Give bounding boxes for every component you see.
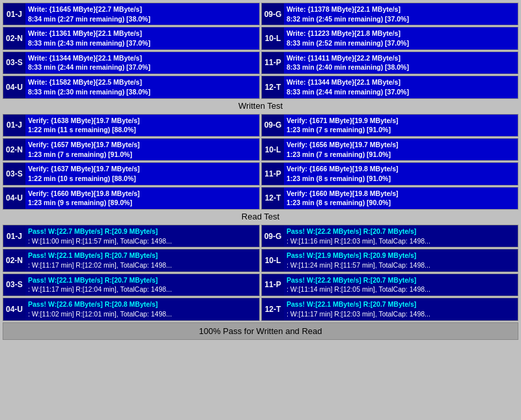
pass-grid: 01-JPass! W:[22.7 MByte/s] R:[20.9 MByte… [3,225,518,321]
device-id: 10-L [262,27,284,49]
device-info: Write: {11223 MByte}[21.8 MByte/s]8:33 m… [284,27,518,49]
pass-info: Pass! W:[22.1 MByte/s] R:[20.7 MByte/s]:… [284,298,518,320]
verify-section: 01-JVerify: {1638 MByte}[19.7 MByte/s]1:… [3,114,518,224]
device-card-left-0: 01-JWrite: {11645 MByte}[22.7 MByte/s]8:… [3,3,260,25]
device-card-right-0: 09-GWrite: {11378 MByte}[22.1 MByte/s]8:… [261,3,518,25]
pass-info: Pass! W:[22.2 MByte/s] R:[20.7 MByte/s]:… [284,274,518,296]
device-info: Verify: {1671 MByte}[19.9 MByte/s]1:23 m… [284,115,518,136]
device-info: Verify: {1657 MByte}[19.7 MByte/s]1:23 m… [25,139,259,160]
pass-card-left-2: 03-SPass! W:[22.1 MByte/s] R:[20.7 MByte… [3,273,260,296]
pass-line2: : W:[11:02 min] R:[12:01 min], TotalCap:… [28,309,257,319]
device-line1: Verify: {1666 MByte}[19.8 MByte/s] [287,164,515,174]
device-card-left-2: 03-SVerify: {1637 MByte}[19.7 MByte/s]1:… [3,162,260,185]
device-line2: 8:33 min (2:52 min remaining) [37.0%] [287,38,515,48]
device-card-left-0: 01-JVerify: {1638 MByte}[19.7 MByte/s]1:… [3,114,260,137]
device-id: 09-G [262,3,284,25]
device-line1: Verify: {1660 MByte}[19.8 MByte/s] [287,189,515,199]
device-id: 02-N [3,139,25,160]
pass-info: Pass! W:[21.9 MByte/s] R:[20.9 MByte/s]:… [284,249,518,271]
device-info: Verify: {1638 MByte}[19.7 MByte/s]1:22 m… [25,115,259,136]
pass-section: 01-JPass! W:[22.7 MByte/s] R:[20.9 MByte… [3,225,518,340]
pass-line1: Pass! W:[22.6 MByte/s] R:[20.8 MByte/s] [28,300,257,309]
device-id: 12-T [262,188,284,209]
device-line2: 8:32 min (2:45 min remaining) [37.0%] [287,14,515,24]
device-line1: Write: {11582 MByte}[22.5 MByte/s] [28,77,257,87]
device-card-left-1: 02-NVerify: {1657 MByte}[19.7 MByte/s]1:… [3,138,260,161]
device-info: Write: {11344 MByte}[22.1 MByte/s]8:33 m… [25,52,259,74]
device-line1: Verify: {1657 MByte}[19.7 MByte/s] [28,140,257,150]
pass-info: Pass! W:[22.1 MByte/s] R:[20.7 MByte/s]:… [25,274,259,296]
device-line2: 8:34 min (2:27 min remaining) [38.0%] [28,14,257,24]
written-test-label: Written Test [3,99,518,113]
device-line2: 1:23 min (7 s remaining) [91.0%] [287,125,515,135]
pass-line1: Pass! W:[22.1 MByte/s] R:[20.7 MByte/s] [287,300,515,309]
pass-id: 01-J [3,225,25,247]
device-line1: Verify: {1638 MByte}[19.7 MByte/s] [28,116,257,126]
device-line2: 8:33 min (2:43 min remaining) [37.0%] [28,38,257,48]
device-card-left-1: 02-NWrite: {11361 MByte}[22.1 MByte/s]8:… [3,27,260,49]
device-card-left-2: 03-SWrite: {11344 MByte}[22.1 MByte/s]8:… [3,51,260,74]
write-section: 01-JWrite: {11645 MByte}[22.7 MByte/s]8:… [3,3,518,113]
device-info: Write: {11411 MByte}[22.2 MByte/s]8:33 m… [284,52,518,74]
device-id: 01-J [3,115,25,136]
pass-line1: Pass! W:[22.2 MByte/s] R:[20.7 MByte/s] [287,275,515,285]
device-id: 04-U [3,188,25,209]
device-line1: Write: {11344 MByte}[22.1 MByte/s] [28,53,257,63]
pass-card-left-0: 01-JPass! W:[22.7 MByte/s] R:[20.9 MByte… [3,225,260,247]
main-container: 01-JWrite: {11645 MByte}[22.7 MByte/s]8:… [0,0,521,344]
pass-id: 09-G [262,225,284,247]
device-info: Write: {11645 MByte}[22.7 MByte/s]8:34 m… [25,3,259,25]
pass-card-right-1: 10-LPass! W:[21.9 MByte/s] R:[20.9 MByte… [261,249,518,272]
write-grid: 01-JWrite: {11645 MByte}[22.7 MByte/s]8:… [3,3,518,99]
pass-info: Pass! W:[22.6 MByte/s] R:[20.8 MByte/s]:… [25,298,259,320]
device-line2: 1:23 min (8 s remaining) [91.0%] [287,174,515,184]
device-id: 02-N [3,27,25,49]
device-card-right-3: 12-TVerify: {1660 MByte}[19.8 MByte/s]1:… [261,187,518,210]
pass-line2: : W:[11:00 min] R:[11:57 min], TotalCap:… [28,236,257,246]
device-line2: 1:23 min (9 s remaining) [89.0%] [28,198,257,208]
device-line1: Write: {11223 MByte}[21.8 MByte/s] [287,29,515,38]
device-info: Verify: {1660 MByte}[19.8 MByte/s]1:23 m… [25,188,259,209]
bottom-pass-label: 100% Pass for Written and Read [3,322,518,340]
device-info: Verify: {1656 MByte}[19.7 MByte/s]1:23 m… [284,139,518,160]
device-line2: 8:33 min (2:44 min remaining) [37.0%] [28,63,257,72]
device-line1: Write: {11378 MByte}[22.1 MByte/s] [287,5,515,14]
device-card-right-1: 10-LVerify: {1656 MByte}[19.7 MByte/s]1:… [261,138,518,161]
device-line1: Verify: {1660 MByte}[19.8 MByte/s] [28,189,257,199]
device-card-right-3: 12-TWrite: {11344 MByte}[22.1 MByte/s]8:… [261,76,518,98]
device-line2: 8:33 min (2:30 min remaining) [38.0%] [28,87,257,97]
pass-info: Pass! W:[22.1 MByte/s] R:[20.7 MByte/s]:… [25,249,259,271]
device-line2: 1:23 min (8 s remaining) [90.0%] [287,198,515,208]
pass-card-left-1: 02-NPass! W:[22.1 MByte/s] R:[20.7 MByte… [3,249,260,272]
device-id: 11-P [262,163,284,184]
device-line2: 1:22 min (10 s remaining) [88.0%] [28,174,257,184]
device-card-left-3: 04-UVerify: {1660 MByte}[19.8 MByte/s]1:… [3,187,260,210]
read-test-label: Read Test [3,210,518,223]
device-info: Verify: {1666 MByte}[19.8 MByte/s]1:23 m… [284,163,518,184]
pass-line2: : W:[11:17 min] R:[12:04 min], TotalCap:… [28,285,257,294]
device-id: 04-U [3,76,25,98]
pass-line1: Pass! W:[21.9 MByte/s] R:[20.9 MByte/s] [287,251,515,260]
pass-id: 12-T [262,298,284,320]
pass-line1: Pass! W:[22.7 MByte/s] R:[20.9 MByte/s] [28,227,257,236]
pass-line2: : W:[11:17 min] R:[12:02 min], TotalCap:… [28,260,257,270]
device-line2: 1:23 min (7 s remaining) [91.0%] [28,150,257,160]
pass-line1: Pass! W:[22.1 MByte/s] R:[20.7 MByte/s] [28,275,257,285]
device-line2: 8:33 min (2:44 min remaining) [37.0%] [287,87,515,97]
pass-card-right-3: 12-TPass! W:[22.1 MByte/s] R:[20.7 MByte… [261,298,518,320]
pass-line2: : W:[11:14 min] R:[12:05 min], TotalCap:… [287,285,515,294]
device-info: Write: {11344 MByte}[22.1 MByte/s]8:33 m… [284,76,518,98]
pass-id: 04-U [3,298,25,320]
device-id: 09-G [262,115,284,136]
device-line1: Verify: {1671 MByte}[19.9 MByte/s] [287,116,515,126]
pass-line2: : W:[11:16 min] R:[12:03 min], TotalCap:… [287,236,515,246]
device-info: Write: {11582 MByte}[22.5 MByte/s]8:33 m… [25,76,259,98]
device-id: 12-T [262,76,284,98]
pass-line1: Pass! W:[22.1 MByte/s] R:[20.7 MByte/s] [28,251,257,260]
device-id: 03-S [3,52,25,74]
device-line2: 1:22 min (11 s remaining) [88.0%] [28,125,257,135]
pass-info: Pass! W:[22.7 MByte/s] R:[20.9 MByte/s]:… [25,225,259,247]
pass-id: 02-N [3,249,25,271]
pass-id: 11-P [262,274,284,296]
device-id: 11-P [262,52,284,74]
